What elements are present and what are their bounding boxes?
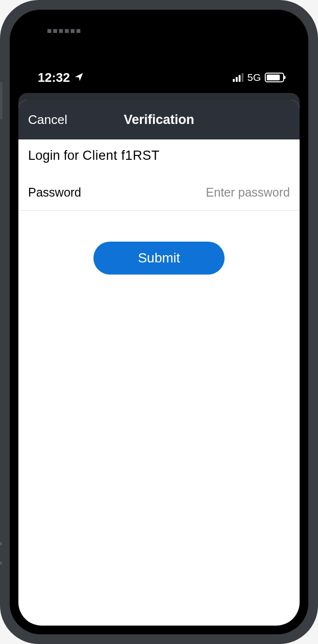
speaker-dots [47,29,80,33]
network-type: 5G [247,72,261,83]
password-row: Password [18,177,300,211]
battery-icon [265,73,284,82]
phone-screen: 12:32 5G Cancel Verification [10,10,308,634]
location-arrow-icon [74,70,84,85]
phone-chassis: 12:32 5G Cancel Verification [0,0,318,644]
side-button [0,82,2,119]
subtitle-app-name: Client f1RST [83,148,160,163]
side-marks [0,542,2,565]
cellular-signal-icon [233,73,243,82]
submit-button[interactable]: Submit [93,242,225,275]
modal-sheet: Cancel Verification Login for Client f1R… [18,100,300,626]
password-input[interactable] [146,185,290,199]
login-subtitle: Login for Client f1RST [18,139,300,177]
password-label: Password [28,185,81,199]
status-bar: 12:32 5G [10,68,308,87]
cancel-button[interactable]: Cancel [28,112,67,127]
nav-bar: Cancel Verification [18,100,300,139]
content-area: Login for Client f1RST Password Submit [18,139,300,626]
status-time: 12:32 [38,70,70,85]
subtitle-prefix: Login for [28,148,83,163]
